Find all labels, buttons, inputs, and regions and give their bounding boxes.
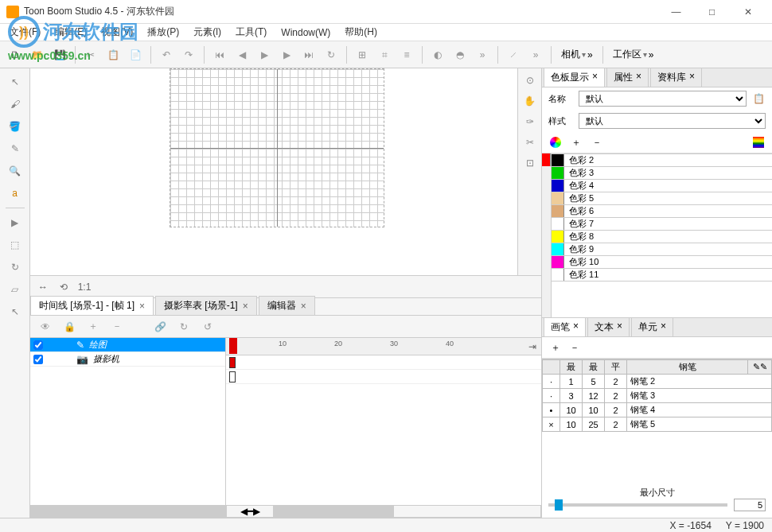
play-icon[interactable]: ▶ <box>254 45 275 65</box>
prev-frame-icon[interactable]: ◀ <box>232 45 252 65</box>
keyframe[interactable] <box>229 371 236 382</box>
view-tool-icon[interactable]: ⊙ <box>521 72 539 89</box>
select-tool-icon[interactable]: ▶ <box>5 212 25 233</box>
text-tool-icon[interactable]: a <box>5 183 25 204</box>
tab-editor[interactable]: 编辑器 × <box>259 296 315 315</box>
light-table-icon[interactable]: ◓ <box>450 45 470 65</box>
close-icon[interactable]: × <box>689 71 695 84</box>
color-swatch[interactable] <box>552 180 564 192</box>
skew-tool-icon[interactable]: ▱ <box>5 279 25 300</box>
min-size-input[interactable] <box>734 499 766 511</box>
zoom-fit-icon[interactable]: ↔ <box>35 279 51 295</box>
paint-bucket-icon[interactable]: 🪣 <box>5 116 25 137</box>
tab-text[interactable]: 文本× <box>587 317 630 336</box>
drawing-canvas[interactable] <box>30 68 517 275</box>
copy-icon[interactable]: 📋 <box>103 45 123 65</box>
rainbow-icon[interactable] <box>751 135 766 150</box>
pen-edit-header-icon[interactable]: ✎✎ <box>748 360 772 375</box>
slider-thumb[interactable] <box>555 499 563 511</box>
grid-snap-icon[interactable]: ⊞ <box>352 45 372 65</box>
tab-xsheet[interactable]: 摄影率表 [场景-1] × <box>155 296 257 315</box>
pointer-tool-icon[interactable]: ↖ <box>5 301 25 322</box>
rotate-tool-icon[interactable]: ↻ <box>5 257 25 278</box>
maximize-button[interactable]: □ <box>694 0 730 24</box>
color-wheel-icon[interactable] <box>548 135 563 150</box>
scissors-icon[interactable]: ✂ <box>521 134 539 151</box>
new-file-icon[interactable]: 🗋 <box>5 45 25 65</box>
snap-icon[interactable]: ⌗ <box>374 45 395 65</box>
menu-play[interactable]: 播放(P) <box>141 24 185 41</box>
color-row[interactable]: 色彩 2 <box>552 154 772 167</box>
color-row[interactable]: 色彩 8 <box>552 231 772 243</box>
layer-visible-checkbox[interactable] <box>33 355 43 364</box>
close-button[interactable]: ✕ <box>730 0 766 24</box>
playhead[interactable] <box>229 338 237 354</box>
close-icon[interactable]: × <box>573 320 579 334</box>
color-row[interactable]: 色彩 4 <box>552 180 772 192</box>
pen-row[interactable]: ·3122钢笔 3 <box>543 389 772 403</box>
edit-icon[interactable]: 📋 <box>751 91 766 106</box>
pen-row[interactable]: •10102钢笔 4 <box>543 403 772 417</box>
menu-element[interactable]: 元素(l) <box>187 24 228 41</box>
timeline-ruler[interactable]: 10 20 30 40 ⇥ <box>226 338 541 355</box>
tab-properties[interactable]: 属性× <box>606 68 649 87</box>
lock-icon[interactable]: 🔒 <box>59 316 80 337</box>
overflow-icon[interactable]: » <box>472 45 493 65</box>
close-icon[interactable]: × <box>139 301 145 312</box>
palette-name-select[interactable]: 默认 <box>579 91 747 107</box>
curve-tool-icon[interactable]: ⟋ <box>503 45 524 65</box>
color-row[interactable]: 色彩 9 <box>552 243 772 256</box>
onion-skin-icon[interactable]: ◐ <box>427 45 448 65</box>
color-row[interactable]: 色彩 3 <box>552 167 772 180</box>
color-swatch[interactable] <box>552 192 564 204</box>
color-swatch[interactable] <box>552 205 564 217</box>
zoom-tool-icon[interactable]: 🔍 <box>5 161 25 181</box>
paste-icon[interactable]: 📄 <box>125 45 146 65</box>
layer-scrollbar[interactable] <box>30 505 226 518</box>
layer-row[interactable]: ✎ 绘图 <box>30 338 225 352</box>
stamp-icon[interactable]: ⊡ <box>521 154 539 172</box>
remove-pen-icon[interactable]: － <box>567 340 582 355</box>
eye-icon[interactable]: 👁 <box>35 316 56 337</box>
tab-timeline[interactable]: 时间线 [场景-1] - [帧 1] × <box>30 296 154 315</box>
min-size-slider[interactable] <box>548 503 727 507</box>
track-row[interactable] <box>226 355 541 370</box>
menu-file[interactable]: 文件(F) <box>3 24 47 41</box>
menu-tool[interactable]: 工具(T) <box>229 24 273 41</box>
arrow-tool-icon[interactable]: ↖ <box>5 72 25 92</box>
goto-start-icon[interactable]: ⏮ <box>209 45 230 65</box>
tab-palette[interactable]: 色板显示× <box>544 68 605 87</box>
close-icon[interactable]: × <box>243 301 248 312</box>
color-swatch[interactable] <box>552 231 564 243</box>
camera-dropdown[interactable]: 相机 ▾ » <box>556 46 598 63</box>
hand-tool-icon[interactable]: ✋ <box>521 92 539 110</box>
color-swatch[interactable] <box>552 154 564 166</box>
color-swatch[interactable] <box>552 218 564 230</box>
menu-edit[interactable]: 编辑(E) <box>49 24 93 41</box>
tab-library[interactable]: 资料库× <box>650 68 702 87</box>
cycle2-icon[interactable]: ↺ <box>197 316 218 337</box>
goto-end-icon[interactable]: ⏭ <box>298 45 319 65</box>
track-row[interactable] <box>226 370 541 384</box>
zoom-actual-icon[interactable]: 1:1 <box>76 279 92 295</box>
color-row[interactable]: 色彩 6 <box>552 205 772 218</box>
pen-row[interactable]: ×10252钢笔 5 <box>543 417 772 432</box>
color-row[interactable]: 色彩 5 <box>552 192 772 205</box>
zoom-slider[interactable]: ◀━▶ <box>226 505 274 518</box>
pencil-tool-icon[interactable]: ✎ <box>5 138 25 159</box>
add-pen-icon[interactable]: ＋ <box>548 340 563 355</box>
keyframe[interactable] <box>229 357 236 368</box>
align-icon[interactable]: ≡ <box>396 45 417 65</box>
menu-help[interactable]: 帮助(H) <box>338 24 384 41</box>
add-color-icon[interactable]: ＋ <box>569 135 583 150</box>
close-icon[interactable]: × <box>636 71 641 84</box>
palette-style-select[interactable]: 默认 <box>579 113 766 129</box>
brush-tool-icon[interactable]: 🖌 <box>5 94 25 115</box>
close-icon[interactable]: × <box>592 71 598 84</box>
loop-icon[interactable]: ↻ <box>321 45 341 65</box>
open-file-icon[interactable]: 📂 <box>27 45 48 65</box>
close-icon[interactable]: × <box>301 301 306 312</box>
layer-row[interactable]: 📷 摄影机 <box>30 352 225 367</box>
link-icon[interactable]: 🔗 <box>150 316 170 337</box>
next-frame-icon[interactable]: ▶ <box>276 45 297 65</box>
